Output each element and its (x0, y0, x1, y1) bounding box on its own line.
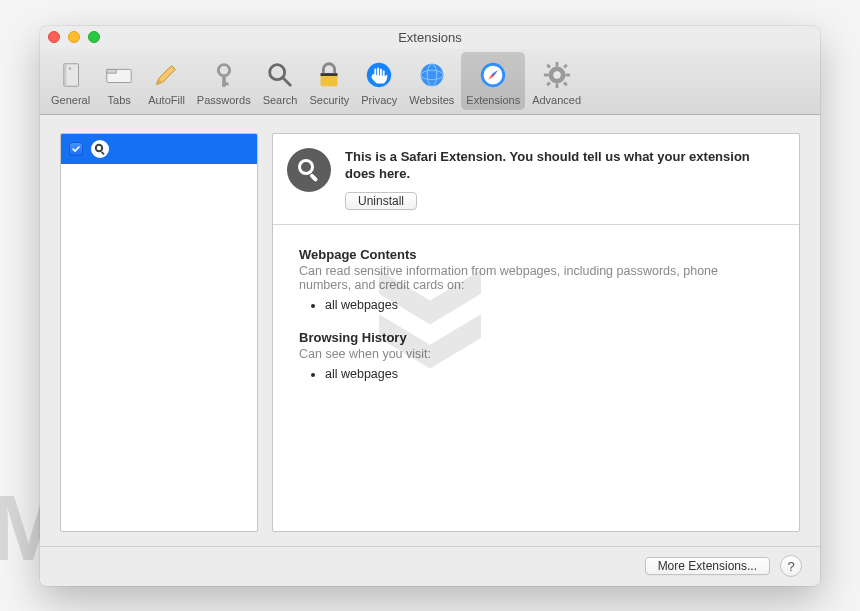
window-footer: More Extensions... ? (40, 546, 820, 586)
magnifier-icon (91, 140, 109, 158)
svg-rect-24 (546, 64, 551, 69)
toolbar-label: Extensions (466, 94, 520, 106)
extension-enabled-checkbox[interactable] (69, 142, 83, 156)
svg-rect-1 (63, 64, 66, 87)
webpage-contents-title: Webpage Contents (299, 247, 773, 262)
extensions-sidebar (60, 133, 258, 532)
svg-rect-20 (555, 62, 558, 67)
extension-description: This is a Safari Extension. You should t… (345, 148, 783, 183)
general-icon (55, 59, 87, 91)
toolbar-security[interactable]: Security (304, 52, 354, 110)
toolbar-autofill[interactable]: AutoFill (143, 52, 190, 110)
titlebar: Extensions (40, 26, 820, 49)
svg-rect-27 (546, 82, 551, 87)
svg-rect-2 (69, 68, 71, 70)
svg-rect-33 (309, 173, 318, 182)
gear-icon (541, 59, 573, 91)
svg-point-13 (421, 64, 444, 87)
toolbar-label: Advanced (532, 94, 581, 106)
browsing-history-bullet: all webpages (325, 367, 773, 381)
compass-icon (477, 59, 509, 91)
webpage-contents-desc: Can read sensitive information from webp… (299, 264, 773, 292)
svg-rect-21 (555, 83, 558, 88)
preferences-toolbar: General Tabs AutoFill Passwords Search S… (40, 49, 820, 115)
svg-rect-25 (563, 82, 568, 87)
toolbar-passwords[interactable]: Passwords (192, 52, 256, 110)
extension-list-item[interactable] (61, 134, 257, 164)
svg-rect-7 (222, 83, 229, 86)
svg-point-32 (301, 162, 311, 172)
svg-rect-30 (101, 151, 105, 155)
svg-rect-22 (544, 74, 549, 77)
toolbar-advanced[interactable]: Advanced (527, 52, 586, 110)
toolbar-label: AutoFill (148, 94, 185, 106)
svg-rect-23 (565, 74, 570, 77)
window-title: Extensions (40, 30, 820, 45)
browsing-history-title: Browsing History (299, 330, 773, 345)
toolbar-label: General (51, 94, 90, 106)
uninstall-button[interactable]: Uninstall (345, 192, 417, 210)
svg-rect-11 (321, 73, 338, 76)
svg-point-19 (553, 71, 561, 79)
webpage-contents-bullet: all webpages (325, 298, 773, 312)
toolbar-label: Security (309, 94, 349, 106)
toolbar-websites[interactable]: Websites (404, 52, 459, 110)
search-icon (264, 59, 296, 91)
help-button[interactable]: ? (780, 555, 802, 577)
hand-icon (363, 59, 395, 91)
toolbar-tabs[interactable]: Tabs (97, 52, 141, 110)
svg-line-9 (283, 78, 291, 86)
extension-detail-pane: This is a Safari Extension. You should t… (272, 133, 800, 532)
toolbar-label: Search (263, 94, 298, 106)
globe-icon (416, 59, 448, 91)
toolbar-label: Privacy (361, 94, 397, 106)
toolbar-extensions[interactable]: Extensions (461, 52, 525, 110)
lock-icon (313, 59, 345, 91)
toolbar-privacy[interactable]: Privacy (356, 52, 402, 110)
toolbar-label: Tabs (108, 94, 131, 106)
svg-point-29 (97, 145, 101, 149)
key-icon (208, 59, 240, 91)
toolbar-label: Passwords (197, 94, 251, 106)
browsing-history-desc: Can see when you visit: (299, 347, 773, 361)
preferences-window: Extensions General Tabs AutoFill Passwor… (40, 26, 820, 586)
detail-header: This is a Safari Extension. You should t… (273, 134, 799, 225)
toolbar-search[interactable]: Search (258, 52, 303, 110)
toolbar-general[interactable]: General (46, 52, 95, 110)
detail-body: Webpage Contents Can read sensitive info… (273, 225, 799, 421)
svg-rect-4 (107, 69, 116, 73)
more-extensions-button[interactable]: More Extensions... (645, 557, 770, 575)
pencil-icon (150, 59, 182, 91)
content-area: This is a Safari Extension. You should t… (40, 115, 820, 546)
tabs-icon (103, 59, 135, 91)
svg-rect-26 (563, 64, 568, 69)
toolbar-label: Websites (409, 94, 454, 106)
magnifier-icon (287, 148, 331, 192)
